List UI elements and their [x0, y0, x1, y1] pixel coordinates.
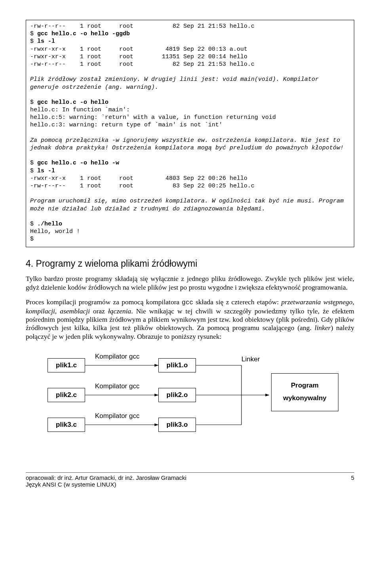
term-line: -rw-r--r-- 1 root root 83 Sep 22 00:25 h…	[30, 183, 255, 189]
diagram-box-object: plik3.o	[158, 418, 196, 432]
diagram-box-source: plik1.c	[48, 358, 85, 372]
term-line: $	[30, 31, 37, 37]
diagram-box-program: Program wykonywalny	[271, 373, 338, 411]
term-line: -rwxr-xr-x 1 root root 4803 Sep 22 00:26…	[30, 175, 247, 182]
paragraph: Tylko bardzo proste programy składają si…	[26, 275, 354, 292]
section-heading: 4. Programy z wieloma plikami źródłowymi	[26, 258, 354, 269]
term-line: -rw-r--r-- 1 root root 82 Sep 21 21:53 h…	[30, 61, 255, 68]
term-cmd: ls -l	[37, 38, 55, 45]
diagram-box-source: plik3.c	[48, 418, 85, 432]
footer-subject: Język ANSI C (w systemie LINUX)	[26, 481, 354, 488]
term-line: -rwxr-xr-x 1 root root 4819 Sep 22 00:13…	[30, 46, 247, 53]
term-line: $	[30, 168, 37, 174]
term-line: $	[30, 221, 37, 227]
terminal-listing: -rw-r--r-- 1 root root 82 Sep 21 21:53 h…	[26, 20, 354, 247]
term-cmd: gcc hello.c -o hello -w	[37, 160, 119, 166]
term-comment: Za pomocą przełącznika -w ignorujemy wsz…	[30, 137, 344, 151]
term-line: $	[30, 236, 34, 242]
term-comment: Plik źródłowy został zmieniony. W drugie…	[30, 76, 322, 90]
term-cmd: ./hello	[37, 221, 62, 227]
diagram-label-compiler: Kompilator gcc	[95, 353, 139, 361]
diagram-label-compiler: Kompilator gcc	[95, 412, 139, 420]
term-line: hello.c: In function `main':	[30, 107, 130, 113]
term-line: -rwxr-xr-x 1 root root 11351 Sep 22 00:1…	[30, 53, 247, 60]
page-footer: opracowali: dr inż. Artur Gramacki, dr i…	[26, 472, 354, 488]
diagram-label-compiler: Kompilator gcc	[95, 382, 139, 390]
diagram-label-linker: Linker	[241, 355, 260, 363]
compilation-diagram: plik1.c plik2.c plik3.c Kompilator gcc K…	[26, 349, 346, 441]
term-line: hello.c:3: warning: return type of `main…	[30, 122, 222, 128]
term-cmd: gcc hello.c -o hello -ggdb	[37, 31, 130, 37]
term-line: Hello, world !	[30, 228, 80, 235]
term-cmd: ls -l	[37, 168, 55, 174]
term-line: $	[30, 38, 37, 45]
term-line: -rw-r--r-- 1 root root 82 Sep 21 21:53 h…	[30, 23, 255, 30]
inline-code: gcc	[182, 299, 193, 306]
term-line: hello.c:5: warning: `return' with a valu…	[30, 114, 276, 121]
term-cmd: gcc hello.c -o hello	[37, 99, 108, 106]
diagram-box-object: plik2.o	[158, 388, 196, 402]
paragraph: Proces kompilacji programów za pomocą ko…	[26, 298, 354, 341]
footer-authors: opracowali: dr inż. Artur Gramacki, dr i…	[26, 474, 354, 481]
diagram-box-object: plik1.o	[158, 358, 196, 372]
diagram-box-source: plik2.c	[48, 388, 85, 402]
term-line: $	[30, 99, 37, 106]
term-line: $	[30, 160, 37, 166]
term-comment: Program uruchomił się, mimo ostrzeżeń ko…	[30, 198, 347, 212]
page-number: 5	[351, 474, 354, 481]
